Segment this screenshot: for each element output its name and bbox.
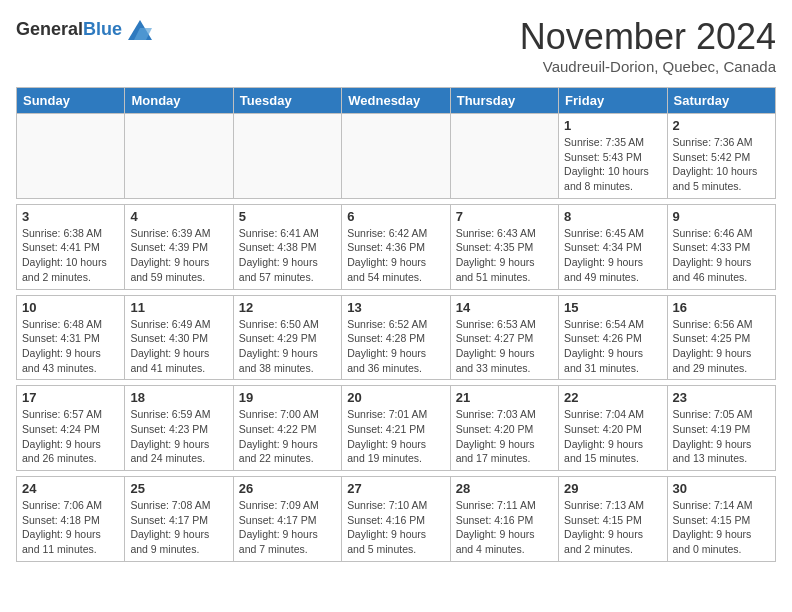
day-cell: 15Sunrise: 6:54 AM Sunset: 4:26 PM Dayli… xyxy=(559,295,667,380)
day-cell: 12Sunrise: 6:50 AM Sunset: 4:29 PM Dayli… xyxy=(233,295,341,380)
day-cell: 24Sunrise: 7:06 AM Sunset: 4:18 PM Dayli… xyxy=(17,477,125,562)
day-number: 26 xyxy=(239,481,336,496)
day-info: Sunrise: 6:50 AM Sunset: 4:29 PM Dayligh… xyxy=(239,317,336,376)
day-info: Sunrise: 7:36 AM Sunset: 5:42 PM Dayligh… xyxy=(673,135,770,194)
weekday-header-wednesday: Wednesday xyxy=(342,88,450,114)
day-number: 12 xyxy=(239,300,336,315)
day-cell: 18Sunrise: 6:59 AM Sunset: 4:23 PM Dayli… xyxy=(125,386,233,471)
day-info: Sunrise: 6:59 AM Sunset: 4:23 PM Dayligh… xyxy=(130,407,227,466)
day-info: Sunrise: 7:05 AM Sunset: 4:19 PM Dayligh… xyxy=(673,407,770,466)
weekday-header-sunday: Sunday xyxy=(17,88,125,114)
day-number: 30 xyxy=(673,481,770,496)
day-info: Sunrise: 6:57 AM Sunset: 4:24 PM Dayligh… xyxy=(22,407,119,466)
day-info: Sunrise: 6:49 AM Sunset: 4:30 PM Dayligh… xyxy=(130,317,227,376)
day-cell: 1Sunrise: 7:35 AM Sunset: 5:43 PM Daylig… xyxy=(559,114,667,199)
day-cell: 25Sunrise: 7:08 AM Sunset: 4:17 PM Dayli… xyxy=(125,477,233,562)
day-info: Sunrise: 6:52 AM Sunset: 4:28 PM Dayligh… xyxy=(347,317,444,376)
day-cell: 22Sunrise: 7:04 AM Sunset: 4:20 PM Dayli… xyxy=(559,386,667,471)
day-info: Sunrise: 6:38 AM Sunset: 4:41 PM Dayligh… xyxy=(22,226,119,285)
day-number: 14 xyxy=(456,300,553,315)
day-cell xyxy=(342,114,450,199)
day-info: Sunrise: 7:13 AM Sunset: 4:15 PM Dayligh… xyxy=(564,498,661,557)
day-info: Sunrise: 7:11 AM Sunset: 4:16 PM Dayligh… xyxy=(456,498,553,557)
week-row-2: 3Sunrise: 6:38 AM Sunset: 4:41 PM Daylig… xyxy=(17,204,776,289)
day-cell: 13Sunrise: 6:52 AM Sunset: 4:28 PM Dayli… xyxy=(342,295,450,380)
weekday-header-monday: Monday xyxy=(125,88,233,114)
day-number: 17 xyxy=(22,390,119,405)
logo-blue-text: Blue xyxy=(83,19,122,39)
day-info: Sunrise: 6:41 AM Sunset: 4:38 PM Dayligh… xyxy=(239,226,336,285)
day-cell: 8Sunrise: 6:45 AM Sunset: 4:34 PM Daylig… xyxy=(559,204,667,289)
day-number: 19 xyxy=(239,390,336,405)
week-row-4: 17Sunrise: 6:57 AM Sunset: 4:24 PM Dayli… xyxy=(17,386,776,471)
day-number: 11 xyxy=(130,300,227,315)
day-info: Sunrise: 6:54 AM Sunset: 4:26 PM Dayligh… xyxy=(564,317,661,376)
weekday-header-saturday: Saturday xyxy=(667,88,775,114)
day-cell: 4Sunrise: 6:39 AM Sunset: 4:39 PM Daylig… xyxy=(125,204,233,289)
day-cell: 27Sunrise: 7:10 AM Sunset: 4:16 PM Dayli… xyxy=(342,477,450,562)
weekday-header-friday: Friday xyxy=(559,88,667,114)
week-row-1: 1Sunrise: 7:35 AM Sunset: 5:43 PM Daylig… xyxy=(17,114,776,199)
day-number: 10 xyxy=(22,300,119,315)
day-info: Sunrise: 7:03 AM Sunset: 4:20 PM Dayligh… xyxy=(456,407,553,466)
day-number: 18 xyxy=(130,390,227,405)
day-info: Sunrise: 6:39 AM Sunset: 4:39 PM Dayligh… xyxy=(130,226,227,285)
day-number: 8 xyxy=(564,209,661,224)
day-info: Sunrise: 6:48 AM Sunset: 4:31 PM Dayligh… xyxy=(22,317,119,376)
day-number: 3 xyxy=(22,209,119,224)
day-cell: 11Sunrise: 6:49 AM Sunset: 4:30 PM Dayli… xyxy=(125,295,233,380)
day-info: Sunrise: 6:42 AM Sunset: 4:36 PM Dayligh… xyxy=(347,226,444,285)
day-number: 29 xyxy=(564,481,661,496)
day-cell: 17Sunrise: 6:57 AM Sunset: 4:24 PM Dayli… xyxy=(17,386,125,471)
day-cell: 19Sunrise: 7:00 AM Sunset: 4:22 PM Dayli… xyxy=(233,386,341,471)
day-cell: 3Sunrise: 6:38 AM Sunset: 4:41 PM Daylig… xyxy=(17,204,125,289)
day-number: 1 xyxy=(564,118,661,133)
day-number: 20 xyxy=(347,390,444,405)
logo: GeneralBlue xyxy=(16,16,156,44)
day-info: Sunrise: 7:35 AM Sunset: 5:43 PM Dayligh… xyxy=(564,135,661,194)
day-info: Sunrise: 7:08 AM Sunset: 4:17 PM Dayligh… xyxy=(130,498,227,557)
weekday-header-thursday: Thursday xyxy=(450,88,558,114)
week-row-5: 24Sunrise: 7:06 AM Sunset: 4:18 PM Dayli… xyxy=(17,477,776,562)
day-cell xyxy=(233,114,341,199)
day-info: Sunrise: 7:09 AM Sunset: 4:17 PM Dayligh… xyxy=(239,498,336,557)
calendar-table: SundayMondayTuesdayWednesdayThursdayFrid… xyxy=(16,87,776,562)
day-number: 27 xyxy=(347,481,444,496)
day-number: 2 xyxy=(673,118,770,133)
day-cell: 6Sunrise: 6:42 AM Sunset: 4:36 PM Daylig… xyxy=(342,204,450,289)
logo-general-text: General xyxy=(16,19,83,39)
day-cell: 5Sunrise: 6:41 AM Sunset: 4:38 PM Daylig… xyxy=(233,204,341,289)
day-info: Sunrise: 6:56 AM Sunset: 4:25 PM Dayligh… xyxy=(673,317,770,376)
day-cell: 30Sunrise: 7:14 AM Sunset: 4:15 PM Dayli… xyxy=(667,477,775,562)
day-number: 28 xyxy=(456,481,553,496)
weekday-header-row: SundayMondayTuesdayWednesdayThursdayFrid… xyxy=(17,88,776,114)
day-info: Sunrise: 7:04 AM Sunset: 4:20 PM Dayligh… xyxy=(564,407,661,466)
day-info: Sunrise: 7:14 AM Sunset: 4:15 PM Dayligh… xyxy=(673,498,770,557)
page-header: GeneralBlue November 2024 Vaudreuil-Dori… xyxy=(16,16,776,75)
day-cell xyxy=(450,114,558,199)
day-cell: 28Sunrise: 7:11 AM Sunset: 4:16 PM Dayli… xyxy=(450,477,558,562)
day-info: Sunrise: 6:45 AM Sunset: 4:34 PM Dayligh… xyxy=(564,226,661,285)
logo-icon xyxy=(124,16,156,44)
day-info: Sunrise: 6:43 AM Sunset: 4:35 PM Dayligh… xyxy=(456,226,553,285)
day-cell: 10Sunrise: 6:48 AM Sunset: 4:31 PM Dayli… xyxy=(17,295,125,380)
day-number: 22 xyxy=(564,390,661,405)
day-cell: 7Sunrise: 6:43 AM Sunset: 4:35 PM Daylig… xyxy=(450,204,558,289)
day-cell xyxy=(17,114,125,199)
week-row-3: 10Sunrise: 6:48 AM Sunset: 4:31 PM Dayli… xyxy=(17,295,776,380)
day-cell: 16Sunrise: 6:56 AM Sunset: 4:25 PM Dayli… xyxy=(667,295,775,380)
day-number: 15 xyxy=(564,300,661,315)
day-info: Sunrise: 7:00 AM Sunset: 4:22 PM Dayligh… xyxy=(239,407,336,466)
day-number: 4 xyxy=(130,209,227,224)
day-cell: 26Sunrise: 7:09 AM Sunset: 4:17 PM Dayli… xyxy=(233,477,341,562)
day-number: 25 xyxy=(130,481,227,496)
day-number: 16 xyxy=(673,300,770,315)
day-cell: 9Sunrise: 6:46 AM Sunset: 4:33 PM Daylig… xyxy=(667,204,775,289)
title-block: November 2024 Vaudreuil-Dorion, Quebec, … xyxy=(520,16,776,75)
day-number: 9 xyxy=(673,209,770,224)
weekday-header-tuesday: Tuesday xyxy=(233,88,341,114)
location: Vaudreuil-Dorion, Quebec, Canada xyxy=(520,58,776,75)
day-info: Sunrise: 6:46 AM Sunset: 4:33 PM Dayligh… xyxy=(673,226,770,285)
day-cell: 2Sunrise: 7:36 AM Sunset: 5:42 PM Daylig… xyxy=(667,114,775,199)
day-info: Sunrise: 6:53 AM Sunset: 4:27 PM Dayligh… xyxy=(456,317,553,376)
